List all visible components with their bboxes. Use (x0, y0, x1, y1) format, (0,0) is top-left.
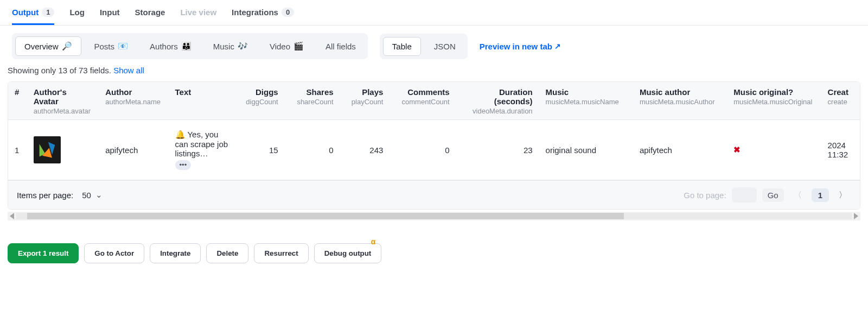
cell-music-author: apifytech (633, 120, 727, 180)
col-music-author: Music author musicMeta.musicAuthor (633, 82, 727, 120)
col-label: Music original? (733, 87, 793, 97)
export-button[interactable]: Export 1 result (8, 243, 79, 263)
film-icon: 🎬 (293, 41, 304, 51)
more-icon[interactable]: ••• (175, 160, 192, 170)
go-to-actor-button[interactable]: Go to Actor (84, 243, 144, 263)
format-label: JSON (434, 42, 456, 51)
results-table: # Author's Avatar authorMeta.avatar Auth… (8, 82, 860, 180)
tab-log[interactable]: Log (69, 3, 85, 25)
horizontal-scrollbar[interactable] (8, 212, 860, 220)
view-label: All fields (326, 42, 356, 51)
cell-avatar (27, 120, 99, 180)
col-comments: Comments commentCount (390, 82, 456, 120)
chevron-down-icon: ⌄ (95, 190, 103, 200)
tab-label: Log (69, 8, 85, 17)
tab-badge: 1 (42, 8, 54, 17)
avatar (34, 136, 61, 163)
view-overview[interactable]: Overview 🔎 (15, 36, 81, 56)
col-music-original: Music original? musicMeta.musicOriginal (727, 82, 821, 120)
view-all-fields[interactable]: All fields (317, 36, 365, 56)
tab-badge: 0 (282, 8, 294, 17)
envelope-icon: 📧 (118, 41, 128, 51)
col-label: Author (105, 87, 132, 97)
view-label: Video (270, 42, 290, 51)
show-all-link[interactable]: Show all (113, 66, 144, 75)
format-json[interactable]: JSON (425, 37, 464, 56)
col-label: Plays (362, 87, 383, 97)
col-label: Author's Avatar (34, 87, 67, 106)
view-label: Posts (94, 42, 115, 51)
col-label: Music author (640, 87, 690, 97)
col-sublabel: musicMeta.musicName (546, 98, 627, 106)
cell-text: 🔔 Yes, you can scrape job listings… ••• (169, 120, 235, 180)
tab-live-view: Live view (180, 3, 216, 25)
items-per-page-select[interactable]: 50 ⌄ (82, 190, 103, 200)
resurrect-button[interactable]: Resurrect (254, 243, 308, 263)
debug-output-button[interactable]: α Debug output (314, 243, 382, 263)
format-table[interactable]: Table (383, 37, 421, 56)
table-row[interactable]: 1 apifytech 🔔 Yes, you can scrape job li… (8, 120, 860, 180)
col-music: Music musicMeta.musicName (539, 82, 633, 120)
col-sublabel: create (828, 98, 853, 106)
cell-duration: 23 (456, 120, 539, 180)
fields-note-text: Showing only 13 of 73 fields. (8, 66, 113, 75)
view-toolbar: Overview 🔎 Posts 📧 Authors 👪 Music 🎶 Vid… (0, 26, 868, 65)
next-page-button[interactable]: 〉 (834, 188, 851, 203)
col-label: Duration (seconds) (494, 87, 533, 106)
cell-author: apifytech (99, 120, 168, 180)
col-sublabel: commentCount (396, 98, 449, 106)
music-icon: 🎶 (238, 41, 248, 51)
view-authors[interactable]: Authors 👪 (141, 36, 200, 56)
apify-logo-icon (37, 140, 57, 160)
col-shares: Shares shareCount (285, 82, 340, 120)
tab-storage[interactable]: Storage (135, 3, 165, 25)
tab-label: Storage (135, 8, 165, 17)
col-index: # (8, 82, 27, 120)
col-sublabel: diggCount (241, 98, 278, 106)
cell-index: 1 (8, 120, 27, 180)
scroll-thumb[interactable] (27, 213, 624, 219)
col-label: Shares (307, 87, 334, 97)
integrate-button[interactable]: Integrate (150, 243, 201, 263)
col-plays: Plays playCount (340, 82, 390, 120)
goto-page-button[interactable]: Go (762, 188, 784, 202)
tab-input[interactable]: Input (100, 3, 120, 25)
col-label: # (15, 87, 19, 97)
fields-note: Showing only 13 of 73 fields. Show all (0, 65, 868, 81)
goto-page-input[interactable] (732, 187, 757, 203)
tab-integrations[interactable]: Integrations 0 (232, 3, 294, 25)
run-tabs: Output 1 Log Input Storage Live view Int… (0, 0, 868, 26)
view-video[interactable]: Video 🎬 (261, 36, 312, 56)
tab-output[interactable]: Output 1 (12, 3, 54, 25)
col-sublabel: musicMeta.musicAuthor (640, 98, 720, 106)
cell-created: 2024 11:32 (821, 120, 860, 180)
cell-music-original: ✖ (727, 120, 821, 180)
delete-button[interactable]: Delete (206, 243, 248, 263)
col-duration: Duration (seconds) videoMeta.duration (456, 82, 539, 120)
preview-link[interactable]: Preview in new tab ↗ (480, 42, 561, 51)
items-per-page-label: Items per page: (17, 191, 73, 200)
view-label: Music (213, 42, 234, 51)
view-posts[interactable]: Posts 📧 (86, 36, 137, 56)
goto-page-label: Go to page: (684, 191, 726, 200)
col-label: Text (175, 87, 192, 97)
col-sublabel: authorMeta.name (105, 98, 162, 106)
scroll-left-icon[interactable] (10, 213, 14, 219)
cell-music: original sound (539, 120, 633, 180)
view-group: Overview 🔎 Posts 📧 Authors 👪 Music 🎶 Vid… (12, 33, 368, 59)
debug-label: Debug output (324, 249, 372, 257)
col-label: Diggs (256, 87, 278, 97)
cell-diggs: 15 (235, 120, 285, 180)
view-music[interactable]: Music 🎶 (205, 36, 257, 56)
search-icon: 🔎 (62, 41, 72, 51)
cell-comments: 0 (390, 120, 456, 180)
view-label: Authors (150, 42, 178, 51)
tab-label: Live view (180, 8, 216, 17)
cell-plays: 243 (340, 120, 390, 180)
col-sublabel: videoMeta.duration (463, 107, 533, 115)
x-icon: ✖ (733, 145, 741, 154)
scroll-right-icon[interactable] (854, 213, 858, 219)
col-sublabel: playCount (347, 98, 384, 106)
page-number[interactable]: 1 (812, 188, 829, 202)
col-sublabel: authorMeta.avatar (34, 107, 93, 115)
